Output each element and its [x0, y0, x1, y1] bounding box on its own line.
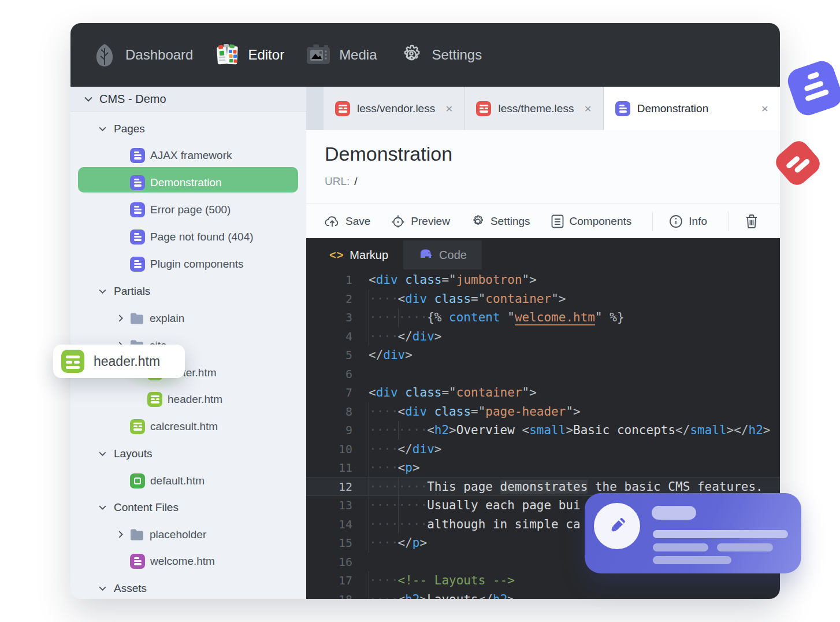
php-elephant-icon	[418, 248, 433, 262]
chevron-right-icon	[116, 313, 126, 324]
sidebar-root-label: CMS - Demo	[99, 92, 166, 106]
nav-dashboard[interactable]: Dashboard	[92, 43, 193, 67]
code-line: 8····<div class="page-header">	[306, 402, 780, 421]
code-line: 9········<h2>Overview <small>Basic conce…	[306, 421, 780, 440]
close-icon[interactable]: ×	[584, 102, 591, 116]
folder-icon	[129, 312, 144, 325]
info-icon	[669, 214, 683, 228]
settings-gear-icon	[399, 43, 423, 67]
components-doc-icon	[551, 214, 564, 228]
nav-label: Editor	[248, 47, 284, 63]
preview-button[interactable]: Preview	[391, 214, 450, 228]
sidebar-section-content-files[interactable]: Content Files	[70, 494, 306, 521]
chevron-down-icon	[97, 124, 107, 134]
page-icon	[130, 257, 145, 272]
pencil-badge	[594, 503, 640, 549]
chevron-right-icon	[116, 530, 126, 540]
sidebar-section-pages[interactable]: Pages	[70, 115, 306, 142]
skeleton-line	[653, 543, 708, 551]
tab-theme-less[interactable]: less/theme.less ×	[464, 87, 603, 130]
pencil-icon	[605, 514, 629, 538]
partial-icon	[61, 350, 84, 373]
partial-icon	[147, 392, 162, 407]
leaf-logo-icon	[92, 43, 117, 67]
nav-settings[interactable]: Settings	[399, 43, 482, 67]
tab-demonstration[interactable]: Demonstration ×	[604, 87, 780, 130]
sidebar-item-plugin-components[interactable]: Plugin components	[70, 250, 306, 277]
sidebar-folder-placeholder[interactable]: placeholder	[70, 521, 306, 548]
tabbar-strip	[306, 87, 324, 130]
file-tab-bar: less/vendor.less × less/theme.less × Dem…	[306, 87, 780, 130]
chevron-down-icon	[97, 286, 107, 297]
content-icon	[130, 554, 145, 569]
page-icon	[615, 101, 630, 116]
partial-icon	[130, 419, 145, 434]
skeleton-line	[653, 530, 788, 538]
less-file-icon	[476, 101, 491, 116]
chevron-down-icon	[97, 449, 107, 459]
layout-icon	[130, 473, 145, 488]
code-line: 10····</div>	[306, 440, 780, 459]
chevron-down-icon	[97, 502, 107, 513]
folder-icon	[129, 528, 144, 541]
sidebar-section-assets[interactable]: Assets	[70, 575, 306, 599]
gear-icon	[471, 214, 485, 228]
nav-label: Settings	[432, 47, 482, 63]
less-file-icon	[335, 101, 350, 116]
url-line: URL:/	[325, 175, 358, 188]
url-value: /	[354, 175, 357, 187]
drag-ghost-header-htm[interactable]: header.htm	[53, 345, 185, 378]
sidebar-item-welcome-htm[interactable]: welcome.htm	[70, 547, 306, 575]
preview-target-icon	[391, 214, 405, 228]
code-line: 2····<div class="container">	[306, 290, 780, 309]
floating-edit-card	[585, 493, 801, 573]
sidebar-section-layouts[interactable]: Layouts	[70, 440, 306, 467]
save-button[interactable]: Save	[325, 215, 370, 228]
markup-brackets-icon: <>	[329, 249, 344, 262]
code-line: 7<div class="container">	[306, 383, 780, 402]
sidebar-item-demonstration[interactable]: Demonstration	[70, 169, 306, 196]
info-button[interactable]: Info	[669, 214, 707, 228]
components-button[interactable]: Components	[551, 214, 632, 228]
cms-sidebar: CMS - Demo Pages AJAX framework Demonstr…	[70, 87, 306, 599]
toolbar-divider	[652, 212, 653, 231]
code-line: 17····<!-- Layouts -->	[306, 571, 780, 590]
editor-icon	[215, 43, 239, 67]
close-icon[interactable]: ×	[761, 102, 768, 116]
nav-editor[interactable]: Editor	[215, 43, 284, 67]
sidebar-folder-explain[interactable]: explain	[70, 305, 306, 332]
chevron-down-icon	[97, 583, 107, 594]
media-camera-icon	[306, 43, 330, 67]
page-title: Demonstration	[325, 143, 452, 165]
sidebar-root-header[interactable]: CMS - Demo	[70, 87, 306, 112]
nav-label: Dashboard	[125, 47, 193, 63]
skeleton-title-bar	[652, 506, 696, 520]
skeleton-line	[653, 556, 731, 564]
page-icon	[130, 229, 145, 245]
close-icon[interactable]: ×	[445, 102, 452, 116]
sidebar-item-error-page[interactable]: Error page (500)	[70, 196, 306, 223]
tab-vendor-less[interactable]: less/vendor.less ×	[324, 87, 464, 130]
sidebar-item-ajax-framework[interactable]: AJAX framework	[70, 142, 306, 169]
code-line: 6	[306, 365, 780, 384]
chevron-down-icon	[83, 94, 94, 104]
editor-tab-bar: <> Markup Code	[306, 240, 482, 269]
code-line: 3········{% content "welcome.htm" %}	[306, 308, 780, 327]
nav-media[interactable]: Media	[306, 43, 377, 67]
code-line: 11····<p>	[306, 458, 780, 477]
document-header: Demonstration URL:/	[306, 130, 780, 204]
settings-button[interactable]: Settings	[471, 214, 530, 228]
sidebar-item-page-not-found[interactable]: Page not found (404)	[70, 223, 306, 250]
trash-icon	[745, 214, 759, 229]
sidebar-section-partials[interactable]: Partials	[70, 277, 306, 305]
tab-code[interactable]: Code	[403, 240, 482, 269]
floating-page-icon	[785, 58, 840, 119]
nav-label: Media	[339, 47, 377, 63]
sidebar-item-default-htm[interactable]: default.htm	[70, 467, 306, 494]
delete-button[interactable]	[745, 214, 759, 229]
page-icon	[130, 148, 145, 163]
tab-markup[interactable]: <> Markup	[314, 240, 403, 269]
code-line: 1<div class="jumbotron">	[306, 271, 780, 290]
sidebar-item-calcresult-htm[interactable]: calcresult.htm	[70, 413, 306, 440]
toolbar-divider	[728, 212, 729, 231]
